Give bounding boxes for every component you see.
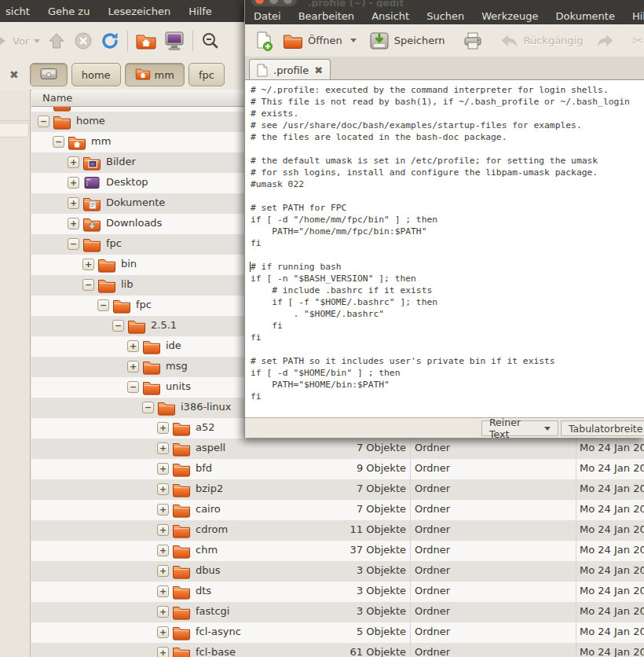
pathbar-button-fpc[interactable]: fpc <box>188 63 225 86</box>
close-tab-icon[interactable]: ✖ <box>314 64 323 76</box>
pathbar-button-mm[interactable]: mm <box>125 63 185 86</box>
tree-row-fastcgi[interactable]: +fastcgi3 ObjekteOrdnerMo 24 Jan 20 <box>31 602 644 622</box>
expand-icon[interactable]: + <box>68 197 79 209</box>
document-icon <box>257 64 268 77</box>
pathbar-button-home[interactable]: home <box>71 63 121 86</box>
fm-menu-sicht[interactable]: sicht <box>2 3 34 20</box>
tree-row-label: cdrom <box>196 523 228 535</box>
expand-icon[interactable]: + <box>157 422 169 434</box>
expand-icon[interactable]: + <box>127 361 139 373</box>
gedit-menu-dokumente[interactable]: Dokumente <box>552 8 619 24</box>
minimize-window-button[interactable] <box>269 0 278 4</box>
collapse-icon[interactable]: − <box>112 320 124 332</box>
home-button[interactable] <box>132 28 160 54</box>
expand-icon[interactable]: + <box>157 565 169 577</box>
folder-icon <box>127 318 146 334</box>
tree-row-bzip2[interactable]: +bzip27 ObjekteOrdnerMo 24 Jan 20 <box>31 479 644 500</box>
column-date: Mo 24 Jan 20 <box>580 626 644 637</box>
redo-button[interactable] <box>591 28 619 54</box>
tree-row-label: dbus <box>196 564 221 576</box>
editor-line: # ~/.profile: executed by the command in… <box>251 84 644 96</box>
expand-icon[interactable]: + <box>157 442 169 454</box>
undo-button[interactable]: Rückgängig <box>496 28 588 54</box>
back-button-remnant[interactable] <box>0 28 9 54</box>
expand-icon[interactable]: + <box>157 626 169 638</box>
tree-row-fcl-base[interactable]: +fcl-base61 ObjekteOrdnerMo 24 Jan 20 <box>31 643 644 657</box>
forward-button[interactable]: Vor <box>9 28 43 54</box>
tree-row-label: aspell <box>196 442 225 453</box>
collapse-icon[interactable]: − <box>82 279 94 291</box>
cut-button[interactable]: ✂ <box>627 28 644 54</box>
tab-width-combo[interactable]: Tabulatorbreite: <box>561 420 644 436</box>
tree-row-cairo[interactable]: +cairo7 ObjekteOrdnerMo 24 Jan 20 <box>31 500 644 520</box>
undo-label: Rückgängig <box>524 35 584 46</box>
gedit-menu-datei[interactable]: Datei <box>250 8 285 24</box>
expand-icon[interactable]: + <box>157 606 169 618</box>
gedit-menu-bearbeiten[interactable]: Bearbeiten <box>295 8 358 24</box>
tree-row-label: fpc <box>136 299 152 310</box>
maximize-window-button[interactable] <box>284 0 292 4</box>
print-button[interactable] <box>458 28 488 54</box>
expand-icon[interactable]: + <box>157 585 169 597</box>
expand-icon[interactable]: + <box>68 177 79 189</box>
tree-row-label: Downloads <box>106 217 162 229</box>
side-pane-item[interactable] <box>0 123 29 138</box>
new-document-button[interactable] <box>250 28 278 54</box>
tree-row-bfd[interactable]: +bfd9 ObjekteOrdnerMo 24 Jan 20 <box>31 459 644 479</box>
close-window-button[interactable] <box>255 0 264 4</box>
reload-button[interactable] <box>97 28 123 54</box>
zoom-out-button[interactable] <box>197 28 224 54</box>
expand-icon[interactable]: + <box>82 259 94 270</box>
fm-menu-gehe-zu[interactable]: Gehe zu <box>44 3 94 20</box>
forward-dropdown-icon[interactable] <box>34 39 40 43</box>
close-pathbar-icon[interactable]: ✖ <box>9 68 19 81</box>
up-button[interactable] <box>43 28 70 54</box>
expand-icon[interactable]: + <box>157 504 169 516</box>
editor-line: # set PATH so it includes user's private… <box>251 355 644 367</box>
gedit-menu-hilfe[interactable]: Hilfe <box>628 8 644 24</box>
column-date: Mo 24 Jan 20 <box>580 523 644 535</box>
collapse-icon[interactable]: − <box>68 238 79 250</box>
tree-row-cdrom[interactable]: +cdrom11 ObjekteOrdnerMo 24 Jan 20 <box>31 520 644 541</box>
gedit-menu-werkzeuge[interactable]: Werkzeuge <box>478 8 542 24</box>
column-date: Mo 24 Jan 20 <box>580 646 644 657</box>
expand-icon[interactable]: + <box>68 156 79 168</box>
tree-row-aspell[interactable]: +aspell7 ObjekteOrdnerMo 24 Jan 20 <box>31 439 644 459</box>
gedit-menu-ansicht[interactable]: Ansicht <box>368 8 413 24</box>
pathbar-button-disk[interactable] <box>30 63 68 86</box>
expand-icon[interactable]: + <box>157 524 169 536</box>
tree-row-dbus[interactable]: +dbus3 ObjekteOrdnerMo 24 Jan 20 <box>31 561 644 582</box>
expand-icon[interactable]: + <box>157 483 169 495</box>
column-type: Ordner <box>415 503 450 515</box>
text-editor[interactable]: # ~/.profile: executed by the command in… <box>245 79 644 417</box>
gedit-menu-suchen[interactable]: Suchen <box>423 8 468 24</box>
expand-icon[interactable]: + <box>157 647 169 657</box>
gedit-titlebar[interactable]: .profile (~) - gedit <box>245 0 644 7</box>
tree-row-label: bfd <box>196 462 212 474</box>
open-button[interactable]: Öffnen <box>278 28 347 54</box>
column-date: Mo 24 Jan 20 <box>580 462 644 474</box>
collapse-icon[interactable]: − <box>38 116 49 127</box>
language-mode-combo[interactable]: Reiner Text <box>481 420 558 436</box>
open-dropdown-icon[interactable] <box>350 39 357 42</box>
tab-profile[interactable]: .profile ✖ <box>249 59 331 80</box>
tree-row-dts[interactable]: +dts3 ObjekteOrdnerMo 24 Jan 20 <box>31 582 644 602</box>
expand-icon[interactable]: + <box>68 218 79 229</box>
collapse-icon[interactable]: − <box>53 136 64 148</box>
collapse-icon[interactable]: − <box>127 381 139 393</box>
expand-icon[interactable]: + <box>157 463 169 475</box>
computer-button[interactable] <box>160 28 188 54</box>
collapse-icon[interactable]: − <box>142 402 154 413</box>
tree-row-fcl-async[interactable]: +fcl-async5 ObjekteOrdnerMo 24 Jan 20 <box>31 622 644 643</box>
fm-menu-lesezeichen[interactable]: Lesezeichen <box>104 3 174 20</box>
stop-button[interactable] <box>70 28 97 54</box>
folder-icon <box>142 359 161 375</box>
tree-row-label: ide <box>166 340 181 351</box>
collapse-icon[interactable]: − <box>97 299 109 311</box>
fm-menu-hilfe[interactable]: Hilfe <box>185 3 216 20</box>
tree-row-chm[interactable]: +chm37 ObjekteOrdnerMo 24 Jan 20 <box>31 541 644 561</box>
column-objects: 9 Objekte <box>357 462 406 474</box>
save-button[interactable]: Speichern <box>364 28 450 54</box>
expand-icon[interactable]: + <box>127 340 139 352</box>
expand-icon[interactable]: + <box>157 545 169 556</box>
